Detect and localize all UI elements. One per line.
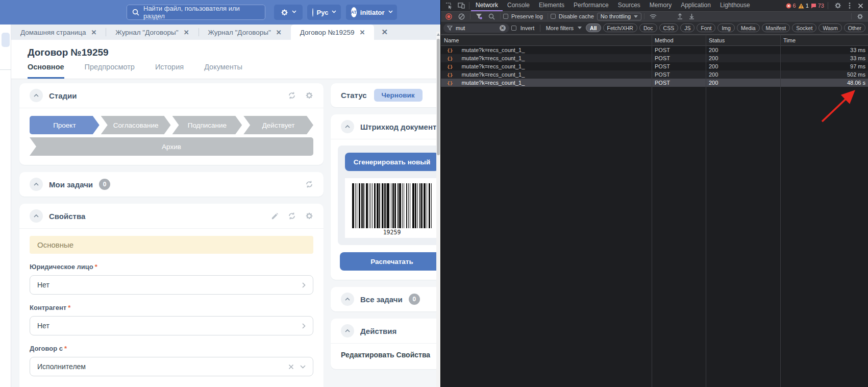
- gear-icon[interactable]: [305, 91, 313, 100]
- chevron-right-icon[interactable]: [302, 323, 306, 329]
- close-tab-icon[interactable]: ✕: [184, 29, 189, 36]
- column-header-name[interactable]: Name: [441, 37, 652, 43]
- field-input[interactable]: Исполнителем: [30, 357, 313, 376]
- export-har-icon[interactable]: [686, 13, 697, 19]
- close-devtools-icon[interactable]: [855, 3, 866, 9]
- filter-text-input[interactable]: mut ✕: [443, 23, 509, 33]
- clear-network-log-icon[interactable]: [456, 13, 467, 20]
- devtools-tab-performance[interactable]: Performance: [569, 0, 613, 11]
- type-chip-css[interactable]: CSS: [659, 23, 679, 32]
- type-chip-socket[interactable]: Socket: [792, 23, 816, 32]
- refresh-icon[interactable]: [288, 212, 296, 220]
- disable-cache-label[interactable]: Disable cache: [557, 13, 596, 19]
- invert-checkbox[interactable]: [511, 26, 516, 31]
- network-request-row[interactable]: {}mutate?k=recs_count_1_POST20048.06 s: [441, 79, 868, 87]
- preserve-log-checkbox[interactable]: [503, 14, 508, 19]
- filter-icon[interactable]: [473, 13, 485, 19]
- column-header-status[interactable]: Status: [706, 37, 780, 43]
- chevron-right-icon[interactable]: [302, 282, 306, 288]
- type-chip-doc[interactable]: Doc: [639, 23, 657, 32]
- network-request-row[interactable]: {}mutate?k=recs_count_1_POST20097 ms: [441, 62, 868, 70]
- disable-cache-checkbox[interactable]: [551, 14, 556, 19]
- throttling-select[interactable]: No throttling: [597, 13, 641, 20]
- window-tab[interactable]: Журнал "Договоры"✕: [106, 25, 198, 40]
- console-warnings-badge[interactable]: 1: [798, 3, 809, 9]
- stage-3[interactable]: Подписание: [172, 116, 242, 134]
- close-tab-icon[interactable]: ✕: [91, 29, 96, 36]
- column-header-method[interactable]: Method: [652, 37, 706, 43]
- inspect-element-icon[interactable]: [443, 0, 455, 11]
- global-search-input[interactable]: Найти файл, пользователя или раздел: [127, 5, 265, 20]
- page-tab-предпросмотр[interactable]: Предпросмотр: [85, 63, 135, 79]
- scroll-up-arrow[interactable]: [437, 33, 440, 36]
- collapse-button[interactable]: [30, 178, 43, 191]
- app-scrollbar[interactable]: [436, 32, 440, 387]
- type-chip-other[interactable]: Other: [844, 23, 865, 32]
- clear-filter-icon[interactable]: ✕: [500, 25, 506, 31]
- network-request-row[interactable]: {}mutate?k=recs_count_1_POST200502 ms: [441, 70, 868, 79]
- devtools-tab-console[interactable]: Console: [503, 0, 534, 11]
- window-tab[interactable]: Домашняя страница✕: [11, 25, 106, 40]
- issues-badge[interactable]: 73: [811, 3, 824, 9]
- kebab-menu-icon[interactable]: [846, 2, 853, 9]
- stage-1[interactable]: Проект: [30, 116, 100, 134]
- page-tab-история[interactable]: История: [155, 63, 184, 79]
- collapse-button[interactable]: [30, 89, 43, 102]
- window-tab[interactable]: Договор №19259✕: [291, 25, 375, 40]
- gear-icon[interactable]: [305, 212, 313, 220]
- chevron-down-icon[interactable]: [300, 365, 306, 369]
- clear-value-icon[interactable]: [288, 364, 294, 370]
- invert-label[interactable]: Invert: [518, 25, 537, 31]
- collapsed-sidebar[interactable]: [0, 25, 11, 387]
- close-all-tabs-icon[interactable]: ✕: [374, 25, 395, 40]
- column-header-time[interactable]: Time: [780, 37, 868, 43]
- page-tab-документы[interactable]: Документы: [204, 63, 242, 79]
- field-input[interactable]: Нет: [30, 275, 313, 295]
- edit-pencil-icon[interactable]: [271, 212, 279, 220]
- devtools-tab-application[interactable]: Application: [676, 0, 715, 11]
- close-tab-icon[interactable]: ✕: [359, 29, 365, 36]
- devtools-tab-memory[interactable]: Memory: [645, 0, 676, 11]
- type-chip-font[interactable]: Font: [697, 23, 715, 32]
- stage-2[interactable]: Согласование: [101, 116, 171, 134]
- print-button[interactable]: Распечатать: [340, 252, 440, 271]
- import-har-icon[interactable]: [675, 13, 685, 19]
- search-network-icon[interactable]: [486, 13, 498, 20]
- generate-barcode-button[interactable]: Сгенерировать новый: [345, 153, 439, 171]
- network-settings-gear-icon[interactable]: [854, 13, 866, 20]
- record-network-log-icon[interactable]: [443, 13, 455, 20]
- collapse-button[interactable]: [341, 120, 354, 133]
- type-chip-fetchxhr[interactable]: Fetch/XHR: [603, 23, 637, 32]
- user-menu-button[interactable]: AT initiator: [346, 5, 397, 20]
- field-input[interactable]: Нет: [30, 316, 313, 335]
- more-filters-label[interactable]: More filters: [544, 25, 576, 31]
- type-chip-manifest[interactable]: Manifest: [762, 23, 790, 32]
- preserve-log-label[interactable]: Preserve log: [509, 13, 545, 19]
- settings-menu-button[interactable]: [274, 5, 303, 20]
- devtools-tab-network[interactable]: Network: [471, 0, 503, 11]
- action-edit-properties[interactable]: Редактировать Свойства: [331, 344, 440, 369]
- sidebar-active-item[interactable]: [2, 33, 10, 47]
- devtools-tab-elements[interactable]: Elements: [534, 0, 569, 11]
- devtools-settings-icon[interactable]: [832, 2, 844, 9]
- network-conditions-icon[interactable]: [647, 14, 659, 19]
- network-request-row[interactable]: {}mutate?k=recs_count_1_POST20033 ms: [441, 54, 868, 62]
- refresh-icon[interactable]: [305, 180, 313, 188]
- type-chip-media[interactable]: Media: [737, 23, 760, 32]
- stage-5[interactable]: Архив: [30, 137, 313, 156]
- type-chip-wasm[interactable]: Wasm: [819, 23, 841, 32]
- language-selector[interactable]: Рус: [307, 5, 341, 20]
- more-filters-chevron-icon[interactable]: [578, 27, 582, 29]
- stage-4[interactable]: Действует: [243, 116, 313, 134]
- devtools-tab-lighthouse[interactable]: Lighthouse: [715, 0, 755, 11]
- type-chip-all[interactable]: All: [586, 23, 601, 32]
- console-errors-badge[interactable]: 6: [786, 3, 796, 9]
- collapse-button[interactable]: [341, 293, 354, 306]
- device-toolbar-icon[interactable]: [455, 0, 467, 11]
- devtools-tab-sources[interactable]: Sources: [613, 0, 645, 11]
- page-tab-основное[interactable]: Основное: [28, 63, 64, 79]
- type-chip-js[interactable]: JS: [680, 23, 695, 32]
- scrollbar-thumb[interactable]: [437, 39, 440, 155]
- window-tab[interactable]: Журнал "Договоры"✕: [199, 25, 291, 40]
- collapse-button[interactable]: [30, 209, 43, 223]
